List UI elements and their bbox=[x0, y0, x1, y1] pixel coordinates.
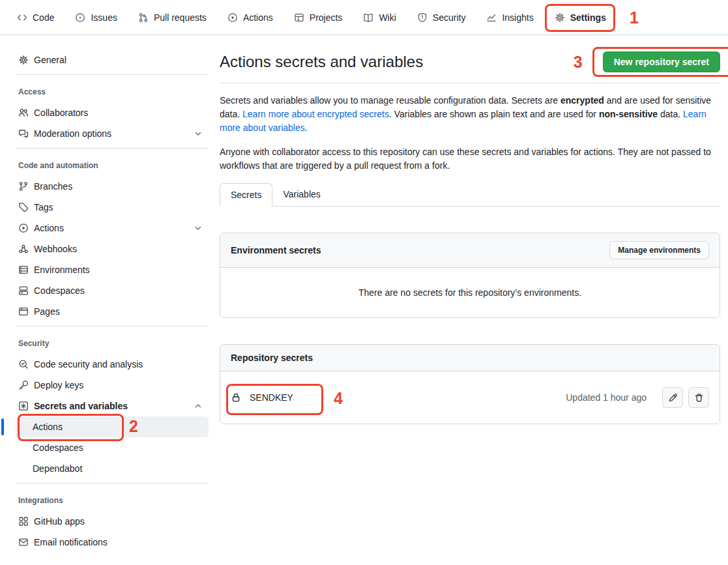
sidebar-subitem-dependabot[interactable]: Dependabot bbox=[16, 458, 209, 479]
sidebar-item-webhooks[interactable]: Webhooks bbox=[16, 239, 209, 259]
sidebar-item-environments[interactable]: Environments bbox=[16, 259, 209, 280]
play-icon bbox=[18, 223, 29, 233]
delete-secret-button[interactable] bbox=[688, 387, 709, 408]
github-repo-settings-page: Code Issues Pull requests Actions Projec… bbox=[0, 0, 728, 565]
repo-nav: Code Issues Pull requests Actions Projec… bbox=[0, 0, 728, 35]
graph-icon bbox=[486, 12, 497, 23]
environment-secrets-empty-message: There are no secrets for this repository… bbox=[220, 268, 720, 317]
intro-segment-bold: encrypted bbox=[561, 95, 604, 106]
gear-icon bbox=[18, 55, 29, 65]
intro-segment: . Variables are shown as plain text and … bbox=[389, 109, 599, 119]
annotation-number-2: 2 bbox=[129, 417, 138, 436]
secret-name: SENDKEY bbox=[250, 392, 293, 403]
nav-tab-actions[interactable]: Actions bbox=[217, 0, 284, 35]
nav-tab-issues[interactable]: Issues bbox=[65, 0, 127, 35]
sidebar-item-actions[interactable]: Actions bbox=[16, 218, 209, 239]
sidebar-item-label: GitHub apps bbox=[34, 516, 85, 527]
link-encrypted-secrets[interactable]: Learn more about encrypted secrets bbox=[242, 109, 389, 119]
pencil-icon bbox=[668, 393, 678, 403]
sidebar-item-label: Tags bbox=[34, 202, 53, 212]
sidebar-item-label: Dependabot bbox=[33, 463, 82, 474]
nav-tab-wiki[interactable]: Wiki bbox=[353, 0, 406, 35]
issue-opened-icon bbox=[75, 12, 85, 23]
comment-discussion-icon bbox=[18, 128, 29, 139]
nav-tab-label: Security bbox=[433, 12, 466, 23]
intro-paragraph-1: Secrets and variables allow you to manag… bbox=[220, 94, 720, 135]
sidebar-item-label: Environments bbox=[34, 265, 90, 275]
sidebar-item-label: Webhooks bbox=[34, 244, 77, 254]
key-icon bbox=[18, 380, 29, 390]
mail-icon bbox=[18, 537, 29, 547]
nav-tab-settings[interactable]: Settings 1 bbox=[544, 0, 617, 35]
nav-tab-pull-requests[interactable]: Pull requests bbox=[128, 0, 217, 35]
chevron-up-icon bbox=[193, 401, 203, 411]
environment-secrets-box: Environment secrets Manage environments … bbox=[220, 233, 720, 318]
nav-tab-label: Code bbox=[33, 12, 54, 23]
apps-icon bbox=[18, 516, 29, 527]
annotation-number-4: 4 bbox=[334, 389, 343, 408]
codespaces-icon bbox=[18, 285, 29, 296]
sidebar-subitem-actions[interactable]: Actions 2 bbox=[16, 416, 209, 437]
gear-icon bbox=[555, 12, 565, 23]
edit-secret-button[interactable] bbox=[662, 387, 683, 408]
git-branch-icon bbox=[18, 181, 29, 192]
sidebar-item-collaborators[interactable]: Collaborators bbox=[16, 102, 209, 123]
webhook-icon bbox=[18, 244, 29, 254]
tab-variables[interactable]: Variables bbox=[272, 183, 330, 206]
sidebar-item-codespaces[interactable]: Codespaces bbox=[16, 280, 209, 301]
annotation-number-3: 3 bbox=[574, 53, 583, 72]
nav-tab-code[interactable]: Code bbox=[7, 0, 65, 35]
sidebar-item-moderation-options[interactable]: Moderation options bbox=[16, 123, 209, 144]
sidebar-item-label: Pages bbox=[34, 306, 60, 317]
table-icon bbox=[294, 12, 304, 23]
sidebar-subitem-codespaces[interactable]: Codespaces bbox=[16, 437, 209, 458]
sidebar-item-github-apps[interactable]: GitHub apps bbox=[16, 511, 209, 532]
tab-secrets[interactable]: Secrets bbox=[220, 183, 272, 207]
sidebar-item-deploy-keys[interactable]: Deploy keys bbox=[16, 375, 209, 396]
browser-icon bbox=[18, 306, 29, 317]
server-icon bbox=[18, 265, 29, 275]
intro-segment-bold: non-sensitive bbox=[599, 109, 658, 119]
nav-tab-insights[interactable]: Insights bbox=[476, 0, 544, 35]
nav-tab-label: Insights bbox=[502, 12, 533, 23]
manage-environments-button[interactable]: Manage environments bbox=[609, 241, 709, 259]
sidebar-item-general[interactable]: General bbox=[16, 50, 209, 70]
sidebar-section-title-code-and-automation: Code and automation bbox=[16, 149, 209, 176]
sidebar-item-label: Actions bbox=[34, 223, 64, 233]
sidebar-item-pages[interactable]: Pages bbox=[16, 301, 209, 322]
chevron-down-icon bbox=[193, 128, 203, 139]
play-icon bbox=[227, 12, 238, 23]
sidebar-item-secrets-and-variables[interactable]: Secrets and variables bbox=[16, 396, 209, 416]
trash-icon bbox=[694, 393, 704, 403]
sidebar-item-label: General bbox=[34, 55, 66, 65]
intro-segment: data. bbox=[658, 109, 683, 119]
lock-icon bbox=[231, 392, 241, 403]
settings-sidebar: General Access Collaborators Moderation … bbox=[16, 36, 209, 553]
nav-tab-label: Settings bbox=[570, 12, 606, 23]
secret-row: SENDKEY 4 Updated 1 hour ago bbox=[220, 371, 720, 424]
sidebar-section-title-security: Security bbox=[16, 326, 209, 354]
sidebar-item-label: Codespaces bbox=[34, 285, 85, 296]
nav-tab-label: Issues bbox=[91, 12, 117, 23]
nav-tab-security[interactable]: Security bbox=[407, 0, 476, 35]
nav-tab-label: Projects bbox=[310, 12, 343, 23]
sidebar-item-label: Deploy keys bbox=[34, 380, 83, 390]
sidebar-item-tags[interactable]: Tags bbox=[16, 197, 209, 218]
sidebar-item-branches[interactable]: Branches bbox=[16, 176, 209, 197]
secrets-variables-tabnav: Secrets Variables bbox=[220, 183, 720, 207]
sidebar-item-code-security-and-analysis[interactable]: Code security and analysis bbox=[16, 354, 209, 375]
intro-text: Secrets and variables allow you to manag… bbox=[220, 94, 720, 173]
sidebar-item-label: Secrets and variables bbox=[34, 401, 128, 411]
nav-tab-projects[interactable]: Projects bbox=[284, 0, 353, 35]
nav-tab-label: Actions bbox=[243, 12, 273, 23]
new-repository-secret-button[interactable]: New repository secret bbox=[603, 51, 720, 72]
git-pull-request-icon bbox=[138, 12, 149, 23]
main-content: Actions secrets and variables New reposi… bbox=[220, 36, 720, 424]
intro-segment: . bbox=[305, 123, 308, 133]
codescan-icon bbox=[18, 359, 29, 369]
nav-tab-label: Pull requests bbox=[154, 12, 207, 23]
secret-name-cell: SENDKEY 4 bbox=[231, 392, 328, 403]
sidebar-item-email-notifications[interactable]: Email notifications bbox=[16, 532, 209, 553]
book-icon bbox=[363, 12, 373, 23]
chevron-down-icon bbox=[193, 223, 203, 233]
